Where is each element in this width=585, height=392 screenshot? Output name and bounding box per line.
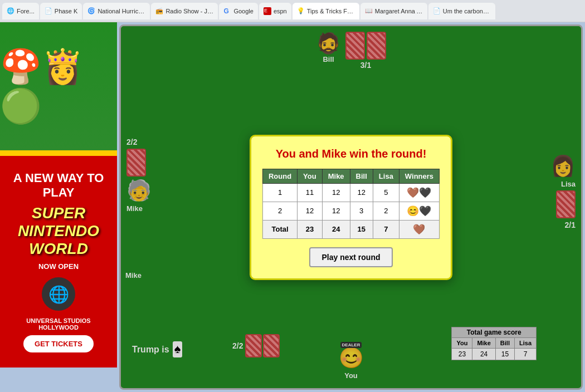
browser-tab-bar: 🌐 Fore... 📄 Phase K 🌀 National Hurricane… [0,0,585,22]
col-winners: Winners [399,169,439,183]
table-row: 1 11 12 12 5 🤎🖤 [262,183,439,202]
tab-label-margaret: Margaret Anna Alic... [375,8,423,14]
tab-hurricane[interactable]: 🌀 National Hurricane... [83,3,150,19]
tab-label-google: Google [233,8,253,14]
tab-favicon-margaret: 📖 [365,7,373,15]
col-round: Round [262,169,297,183]
ad-main-title: A NEW WAY TO PLAY [6,171,111,200]
round-1-mike: 12 [322,183,350,202]
tab-favicon-hurricane: 🌀 [87,7,95,15]
tab-google[interactable]: G Google [219,3,257,19]
ad-sidebar: 🍄👸🟢 A NEW WAY TO PLAY SUPERNINTENDOWORLD… [0,22,117,392]
tab-favicon-espn: E [264,7,271,15]
table-row: 2 12 12 3 2 😊🖤 [262,202,439,220]
total-lisa: 7 [373,220,399,238]
round-2-bill: 3 [350,202,373,220]
col-bill: Bill [350,169,373,183]
tab-espn[interactable]: E espn [259,3,291,19]
ad-top-section: 🍄👸🟢 [0,22,117,150]
ad-image: 🍄👸🟢 A NEW WAY TO PLAY SUPERNINTENDOWORLD… [0,22,117,367]
total-bill: 15 [350,220,373,238]
ad-subtitle: NOW OPEN [38,262,79,271]
col-mike: Mike [322,169,350,183]
total-you: 23 [298,220,323,238]
game-area: 🧔 Bill 3/1 2/2 🧓 Mike Mike 👩 Lisa [119,24,583,390]
tab-favicon-radio: 📻 [155,7,163,15]
tab-phase[interactable]: 📄 Phase K [40,3,82,19]
tab-label-fore: Fore... [17,8,35,14]
total-winners: 🤎 [399,220,439,238]
round-1-lisa: 5 [373,183,399,202]
round-1-bill: 12 [350,183,373,202]
round-1: 1 [262,183,297,202]
tab-label-radio: Radio Show - JMCC... [165,8,213,14]
round-1-you: 11 [298,183,323,202]
tab-favicon-phase: 📄 [45,7,52,15]
modal-title: You and Mike win the round! [262,148,440,160]
round-1-winners: 🤎🖤 [399,183,439,202]
tab-label-carbon: Um the carbon tax i... [443,8,491,14]
round-2-lisa: 2 [373,202,399,220]
ad-nintendo-title: SUPERNINTENDOWORLD [18,204,99,258]
tab-label-espn: espn [274,8,287,14]
score-table: Round You Mike Bill Lisa Winners 1 11 12 [262,169,440,239]
round-2: 2 [262,202,297,220]
total-label: Total [262,220,297,238]
round-2-you: 12 [298,202,323,220]
tab-tips[interactable]: 💡 Tips & Tricks For Be... [292,3,359,19]
round-2-winners: 😊🖤 [399,202,439,220]
ad-text-section: A NEW WAY TO PLAY SUPERNINTENDOWORLD NOW… [0,156,117,367]
modal-overlay: You and Mike win the round! Round You Mi… [121,26,581,388]
tab-radio[interactable]: 📻 Radio Show - JMCC... [151,3,218,19]
round-2-mike: 12 [322,202,350,220]
col-you: You [298,169,323,183]
tab-favicon-google: G [223,7,231,15]
tab-favicon-carbon: 📄 [433,7,441,15]
tab-fore[interactable]: 🌐 Fore... [2,3,39,19]
main-content: 🍄👸🟢 A NEW WAY TO PLAY SUPERNINTENDOWORLD… [0,22,585,392]
play-next-button[interactable]: Play next round [309,247,392,267]
tab-label-phase: Phase K [55,8,78,14]
tab-carbon[interactable]: 📄 Um the carbon tax i... [428,3,495,19]
ad-provider: UNIVERSAL STUDIOS HOLLYWOOD [6,317,111,331]
tab-label-hurricane: National Hurricane... [98,8,145,14]
total-mike: 24 [322,220,350,238]
tab-favicon-fore: 🌐 [7,7,14,15]
table-row-total: Total 23 24 15 7 🤎 [262,220,439,238]
col-lisa: Lisa [373,169,399,183]
tab-margaret[interactable]: 📖 Margaret Anna Alic... [360,3,427,19]
round-result-modal: You and Mike win the round! Round You Mi… [250,135,452,280]
tab-favicon-tips: 💡 [297,7,305,15]
ad-get-tickets-button[interactable]: GET TICKETS [23,335,94,352]
tab-label-tips: Tips & Tricks For Be... [307,8,355,14]
